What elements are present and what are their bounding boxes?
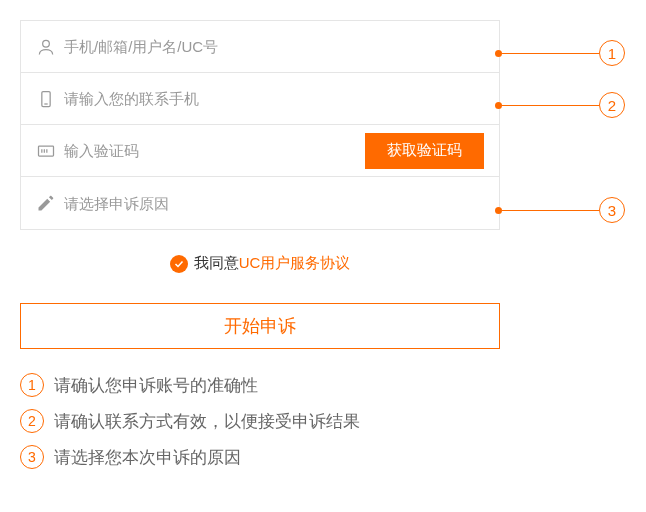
agreement-checkbox[interactable] [170,255,188,273]
captcha-input[interactable] [64,142,365,159]
captcha-row: 获取验证码 [21,125,499,177]
notes-list: 1 请确认您申诉账号的准确性 2 请确认联系方式有效，以便接受申诉结果 3 请选… [20,373,626,469]
note-number: 1 [20,373,44,397]
agreement-prefix: 我同意 [194,254,239,273]
note-text: 请确认您申诉账号的准确性 [54,374,258,397]
reason-row[interactable] [21,177,499,229]
callout-3: 3 [495,197,625,223]
get-code-button[interactable]: 获取验证码 [365,133,484,169]
svg-rect-3 [39,146,54,156]
phone-row [21,73,499,125]
appeal-form: 获取验证码 [20,20,500,230]
note-number: 2 [20,409,44,433]
callout-line [502,210,599,211]
note-text: 请确认联系方式有效，以便接受申诉结果 [54,410,360,433]
account-row [21,21,499,73]
callout-line [502,105,599,106]
callout-number: 1 [599,40,625,66]
user-icon [36,37,64,57]
agreement-row: 我同意 UC用户服务协议 [20,254,500,273]
agreement-link[interactable]: UC用户服务协议 [239,254,351,273]
captcha-icon [36,141,64,161]
callout-2: 2 [495,92,625,118]
note-item: 2 请确认联系方式有效，以便接受申诉结果 [20,409,626,433]
note-item: 3 请选择您本次申诉的原因 [20,445,626,469]
callout-1: 1 [495,40,625,66]
account-input[interactable] [64,38,484,55]
svg-point-0 [43,40,50,47]
reason-select[interactable] [64,195,484,212]
callout-number: 2 [599,92,625,118]
note-text: 请选择您本次申诉的原因 [54,446,241,469]
callout-number: 3 [599,197,625,223]
submit-button[interactable]: 开始申诉 [20,303,500,349]
phone-input[interactable] [64,90,484,107]
phone-icon [36,89,64,109]
pencil-icon [36,193,64,213]
note-number: 3 [20,445,44,469]
note-item: 1 请确认您申诉账号的准确性 [20,373,626,397]
callout-line [502,53,599,54]
